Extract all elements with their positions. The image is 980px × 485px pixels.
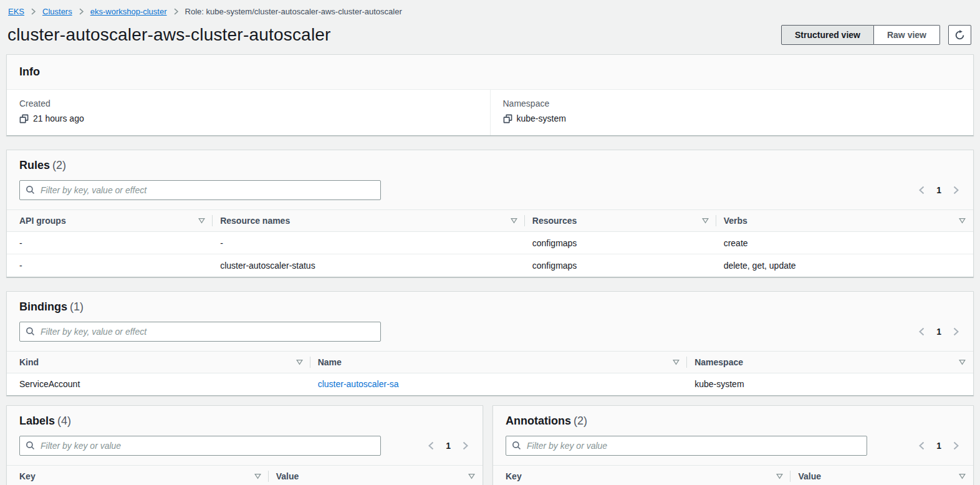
rules-pagination: 1: [917, 185, 961, 195]
previous-page-icon[interactable]: [917, 327, 927, 337]
annotations-filter-input[interactable]: [506, 436, 867, 456]
info-namespace-field: Namespace kube-system: [490, 90, 974, 135]
column-label: Namespace: [694, 357, 743, 367]
sort-icon: [673, 357, 680, 367]
chevron-right-icon: [77, 7, 85, 16]
refresh-button[interactable]: [948, 25, 971, 45]
copy-icon[interactable]: [19, 114, 29, 123]
annotations-count: (2): [574, 415, 587, 427]
previous-page-icon[interactable]: [917, 185, 927, 195]
page-number[interactable]: 1: [446, 441, 451, 451]
cell-resource-names: -: [213, 232, 525, 254]
structured-view-button[interactable]: Structured view: [781, 25, 874, 45]
cell-namespace: kube-system: [687, 373, 973, 395]
column-header-kind[interactable]: Kind: [7, 351, 310, 373]
rules-card: Rules(2) 1: [6, 150, 974, 277]
column-label: Key: [19, 471, 36, 481]
labels-annotations-row: Labels(4) 1: [6, 405, 974, 485]
annotations-table: Key Value: [493, 465, 973, 485]
bindings-card-title: Bindings(1): [19, 300, 961, 314]
sort-icon: [959, 216, 966, 226]
sort-icon: [776, 471, 783, 481]
cell-verbs: delete, get, update: [716, 254, 973, 277]
table-row: - cluster-autoscaler-status configmaps d…: [7, 254, 973, 277]
column-header-name[interactable]: Name: [310, 351, 688, 373]
header-actions: Structured view Raw view: [781, 25, 971, 45]
column-header-api-groups[interactable]: API groups: [7, 210, 213, 232]
page-header: cluster-autoscaler-aws-cluster-autoscale…: [0, 25, 980, 45]
cell-api-groups: -: [7, 232, 213, 254]
page-title: cluster-autoscaler-aws-cluster-autoscale…: [7, 25, 331, 45]
view-toggle: Structured view Raw view: [781, 25, 940, 45]
column-label: Resource names: [220, 216, 290, 226]
annotations-card: Annotations(2) 1: [492, 405, 974, 485]
page-number[interactable]: 1: [936, 185, 941, 195]
bindings-table: Kind Name Namespace ServiceAccount clust…: [7, 351, 973, 396]
labels-card-title: Labels(4): [19, 415, 470, 428]
breadcrumb-link-cluster-name[interactable]: eks-workshop-cluster: [90, 7, 167, 16]
sort-icon: [296, 357, 303, 367]
column-header-resources[interactable]: Resources: [525, 210, 716, 232]
rules-card-title: Rules(2): [19, 159, 961, 172]
raw-view-button[interactable]: Raw view: [874, 25, 940, 45]
namespace-label: Namespace: [503, 98, 961, 108]
annotations-card-title: Annotations(2): [506, 415, 961, 428]
next-page-icon[interactable]: [951, 441, 961, 451]
table-row: ServiceAccount cluster-autoscaler-sa kub…: [7, 373, 973, 395]
breadcrumb-current: Role: kube-system/cluster-autoscaler-aws…: [185, 7, 402, 16]
labels-title-text: Labels: [19, 415, 55, 427]
previous-page-icon[interactable]: [426, 441, 436, 451]
created-value: 21 hours ago: [33, 113, 84, 123]
previous-page-icon[interactable]: [917, 441, 927, 451]
column-header-value[interactable]: Value: [269, 466, 483, 485]
breadcrumb: EKS Clusters eks-workshop-cluster Role: …: [0, 0, 980, 16]
bindings-card: Bindings(1) 1: [6, 291, 974, 396]
rules-filter-input[interactable]: [19, 180, 381, 200]
breadcrumb-link-eks[interactable]: EKS: [8, 7, 24, 16]
namespace-value: kube-system: [517, 113, 566, 123]
bindings-count: (1): [70, 300, 84, 313]
sort-icon: [468, 471, 475, 481]
eks-role-detail-page: EKS Clusters eks-workshop-cluster Role: …: [0, 0, 980, 485]
labels-pagination: 1: [426, 441, 470, 451]
column-label: Verbs: [724, 216, 747, 226]
labels-count: (4): [57, 415, 71, 427]
annotations-pagination: 1: [917, 441, 961, 451]
copy-icon[interactable]: [503, 114, 512, 123]
column-header-key[interactable]: Key: [493, 466, 790, 485]
labels-card: Labels(4) 1: [6, 405, 483, 485]
column-header-verbs[interactable]: Verbs: [716, 210, 973, 232]
info-card-body: Created 21 hours ago Namespace kube-syst…: [7, 90, 973, 135]
column-label: Kind: [19, 357, 39, 367]
cell-kind: ServiceAccount: [7, 373, 310, 395]
sort-icon: [511, 216, 517, 226]
info-created-field: Created 21 hours ago: [7, 90, 490, 135]
next-page-icon[interactable]: [951, 185, 961, 195]
info-card: Info Created 21 hours ago Namespace kube…: [6, 54, 974, 136]
column-header-resource-names[interactable]: Resource names: [213, 210, 525, 232]
rules-table: API groups Resource names Resources Verb…: [7, 209, 973, 277]
next-page-icon[interactable]: [951, 327, 961, 337]
cell-verbs: create: [716, 232, 973, 254]
column-header-value[interactable]: Value: [790, 466, 973, 485]
page-number[interactable]: 1: [936, 441, 941, 451]
page-number[interactable]: 1: [936, 327, 941, 337]
labels-table: Key Value: [7, 465, 483, 485]
sort-icon: [198, 216, 205, 226]
labels-filter-input[interactable]: [19, 436, 381, 456]
cell-resources: configmaps: [525, 232, 716, 254]
rules-title-text: Rules: [19, 159, 50, 171]
info-card-title: Info: [7, 55, 973, 90]
bindings-filter-input[interactable]: [19, 322, 381, 342]
chevron-right-icon: [172, 7, 180, 16]
breadcrumb-link-clusters[interactable]: Clusters: [42, 7, 72, 16]
cell-name: cluster-autoscaler-sa: [310, 373, 688, 395]
column-label: Name: [318, 357, 342, 367]
service-account-link[interactable]: cluster-autoscaler-sa: [318, 379, 399, 389]
column-header-key[interactable]: Key: [7, 466, 269, 485]
sort-icon: [959, 357, 966, 367]
column-header-namespace[interactable]: Namespace: [687, 351, 973, 373]
annotations-title-text: Annotations: [506, 415, 571, 427]
next-page-icon[interactable]: [460, 441, 470, 451]
bindings-pagination: 1: [917, 327, 961, 337]
